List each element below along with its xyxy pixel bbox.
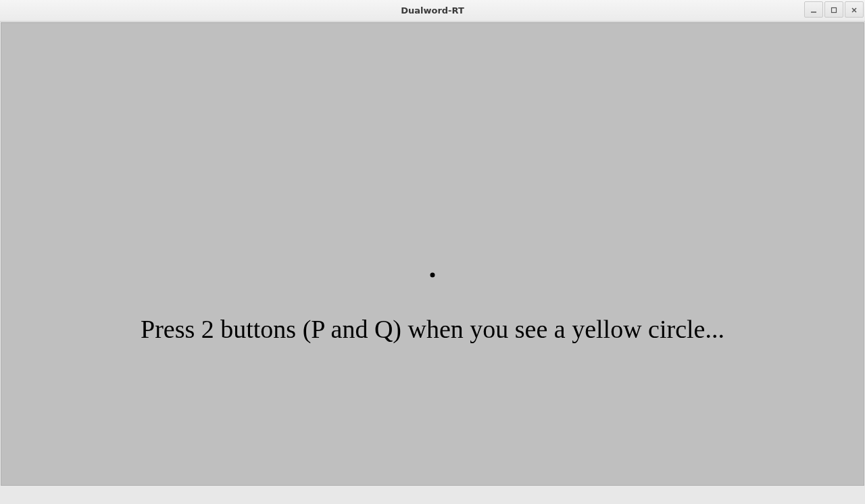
- close-icon: [851, 3, 858, 16]
- minimize-icon: [810, 3, 817, 16]
- window-title: Dualword-RT: [401, 5, 464, 16]
- content-frame: Press 2 buttons (P and Q) when you see a…: [0, 22, 865, 504]
- svg-rect-1: [832, 7, 837, 12]
- maximize-button[interactable]: [824, 1, 843, 18]
- experiment-canvas[interactable]: Press 2 buttons (P and Q) when you see a…: [1, 22, 864, 486]
- minimize-button[interactable]: [804, 1, 823, 18]
- instruction-text: Press 2 buttons (P and Q) when you see a…: [141, 314, 724, 344]
- status-strip: [1, 486, 864, 503]
- window-titlebar: Dualword-RT: [0, 0, 865, 22]
- fixation-dot-icon: [430, 273, 435, 278]
- window-controls: [804, 1, 864, 18]
- close-button[interactable]: [845, 1, 864, 18]
- maximize-icon: [831, 3, 837, 16]
